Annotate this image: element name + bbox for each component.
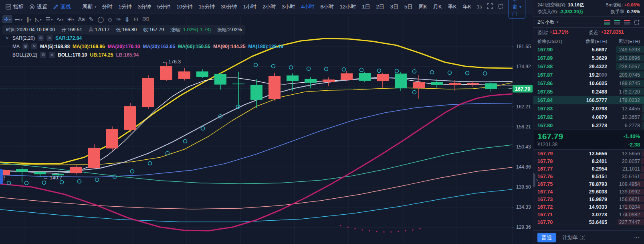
- depth-bar: [641, 166, 644, 172]
- window-mode-button[interactable]: 单窗口 ▾: [509, 0, 525, 18]
- period-dropdown[interactable]: 周期 ▾: [82, 3, 97, 10]
- timeframe-5分钟[interactable]: 5分钟: [157, 3, 170, 10]
- timeframe-30分钟[interactable]: 30分钟: [221, 3, 237, 10]
- popout-panel-icon[interactable]: [634, 19, 640, 25]
- bid-row-167.74[interactable]: 167.7429.6038139.0992: [533, 188, 644, 195]
- collapse-legend-icon[interactable]: ∨: [6, 35, 9, 41]
- brush-tool[interactable]: ✑: [115, 15, 123, 23]
- ruler-tool[interactable]: ◇: [106, 15, 114, 23]
- tab-plan-order[interactable]: 计划单 ?: [562, 234, 585, 241]
- timeframe-月K[interactable]: 月K: [433, 3, 442, 10]
- timeframe-5日[interactable]: 5日: [404, 3, 412, 10]
- channel-tool[interactable]: ∥▾: [25, 15, 33, 23]
- ohlc-label: 低:: [116, 27, 122, 33]
- wave-tool[interactable]: ∿▾: [55, 15, 65, 23]
- draw-line-button[interactable]: 画线: [53, 3, 71, 10]
- bid-row-167.75[interactable]: 167.7578.8793109.4954: [533, 180, 644, 188]
- timeframe-2日[interactable]: 2日: [376, 3, 384, 10]
- timeframe-1日[interactable]: 1日: [362, 3, 370, 10]
- ask-row-167.86[interactable]: 167.8610.6025189.8745: [533, 79, 644, 87]
- copy-tool[interactable]: ⊡: [132, 15, 140, 23]
- gear-icon[interactable]: ⊛: [38, 35, 44, 41]
- col-price: 价格(USDT): [537, 39, 565, 45]
- bid-row-167.72[interactable]: 167.7214.9333171.0204: [533, 203, 644, 211]
- cumulative-cell: 156.0871: [607, 197, 640, 202]
- bid-row-167.71[interactable]: 167.713.0778174.0982: [533, 211, 644, 218]
- timeframe-12小时[interactable]: 12小时: [340, 3, 356, 10]
- indicator-button[interactable]: 指标: [6, 3, 24, 10]
- book-layout-bids-icon[interactable]: [624, 20, 630, 25]
- ask-row-167.83[interactable]: 167.832.079812.4455: [533, 104, 644, 113]
- more-options-button[interactable]: ⋯: [634, 234, 640, 240]
- timeframe-10分钟[interactable]: 10分钟: [176, 3, 192, 10]
- timeframe-3小时[interactable]: 3小时: [282, 3, 295, 10]
- help-icon[interactable]: ?: [580, 235, 585, 240]
- legend-value: BOLL:170.10: [58, 52, 87, 58]
- timeframe-15分钟[interactable]: 15分钟: [199, 3, 215, 10]
- timeframe-年K[interactable]: 年K: [462, 3, 471, 10]
- book-layout-asks-icon[interactable]: [614, 20, 620, 25]
- panel-splitter-handle[interactable]: ›: [533, 173, 538, 187]
- book-layout-both-icon[interactable]: [604, 20, 610, 25]
- timeframe-3日[interactable]: 3日: [390, 3, 398, 10]
- gear-icon[interactable]: ⊛: [40, 52, 46, 58]
- timeframe-2小时[interactable]: 2小时: [262, 3, 276, 10]
- ask-row-167.90[interactable]: 167.905.6697249.5393: [533, 45, 644, 54]
- indicator-icon: [6, 4, 11, 10]
- bid-row-167.78[interactable]: 167.788.240120.8057: [533, 157, 644, 165]
- hline-tool-icon: ☰: [46, 16, 51, 22]
- splitter-pill: [533, 173, 535, 187]
- new-window-button[interactable]: [498, 3, 504, 10]
- ask-row-167.88[interactable]: 167.8829.4322238.5067: [533, 62, 644, 71]
- highlight-tool[interactable]: ✎: [87, 15, 95, 23]
- timeframe-1分钟[interactable]: 1分钟: [119, 3, 132, 10]
- close-icon[interactable]: ✕: [46, 35, 52, 41]
- rect-tool[interactable]: ⊞▾: [66, 15, 76, 23]
- timeframe-4小时[interactable]: 4小时: [301, 3, 314, 10]
- crosshair-tool[interactable]: ✛▾: [2, 15, 12, 23]
- price-cell: 167.80: [537, 123, 565, 128]
- channel-tool-icon: ∥: [26, 16, 29, 22]
- settings-button[interactable]: 设置: [29, 3, 47, 10]
- legend-value: LB:165.94: [116, 52, 139, 58]
- bid-row-167.73[interactable]: 167.7316.9879156.0871: [533, 195, 644, 203]
- shape-tool[interactable]: ◺▾: [34, 15, 43, 23]
- ask-row-167.84[interactable]: 167.84166.5777179.0232: [533, 96, 644, 104]
- gear-icon[interactable]: ⊛: [22, 43, 28, 49]
- ask-row-167.82[interactable]: 167.824.087910.3657: [533, 113, 644, 121]
- left-splitter-handle[interactable]: ‹: [0, 169, 5, 184]
- refresh-interval-label[interactable]: 1s: [477, 4, 482, 10]
- ohlc-info-bar: 时间:2020-04-10 08:00开:169.51高:170.17低:166…: [2, 25, 245, 35]
- ask-row-167.85[interactable]: 167.850.2488179.2720: [533, 87, 644, 96]
- text-tool[interactable]: Aa: [77, 15, 87, 23]
- collapse-right-icon: ›: [536, 177, 538, 183]
- change-5m-stat: 5m涨幅: +0.06%: [606, 2, 640, 8]
- hline-tool[interactable]: ☰▾: [44, 15, 55, 23]
- close-icon[interactable]: ✕: [49, 52, 55, 58]
- timeframe-季K[interactable]: 季K: [448, 3, 457, 10]
- timeframe-分时[interactable]: 分时: [102, 3, 113, 10]
- bid-row-167.77[interactable]: 167.770.295421.1011: [533, 165, 644, 173]
- price-cell: 167.87: [537, 72, 565, 78]
- timeframe-3分钟[interactable]: 3分钟: [138, 3, 151, 10]
- bid-row-167.76[interactable]: 167.769.515030.6161: [533, 173, 644, 180]
- trading-app: ← 176.3← 140.7181.65174.92162.21156.2115…: [0, 0, 644, 244]
- price-cell: 167.89: [537, 55, 565, 61]
- trendline-tool[interactable]: ⊷▾: [13, 15, 24, 23]
- bid-row-167.70[interactable]: 167.7053.6465227.7447: [533, 218, 644, 226]
- ask-row-167.89[interactable]: 167.895.3629243.8696: [533, 54, 644, 62]
- timeframe-6小时[interactable]: 6小时: [321, 3, 334, 10]
- timeframe-周K[interactable]: 周K: [418, 3, 427, 10]
- ellipse-tool[interactable]: ◯: [96, 15, 106, 23]
- decimals-dropdown[interactable]: 2位小数 ▾: [537, 19, 558, 26]
- close-icon[interactable]: ✕: [31, 43, 37, 49]
- timeframe-1小时[interactable]: 1小时: [243, 3, 256, 10]
- measure-tool[interactable]: ⋕: [123, 15, 131, 23]
- ask-row-167.87[interactable]: 167.8719.2000209.0745: [533, 71, 644, 79]
- bid-row-167.79[interactable]: 167.7912.565612.5656: [533, 150, 644, 157]
- tab-normal-order[interactable]: 普通: [537, 233, 556, 242]
- legend-value: MA(60):150.55: [178, 44, 210, 49]
- delete-tool[interactable]: ⌧: [141, 15, 150, 23]
- ask-row-167.80[interactable]: 167.806.27786.2778: [533, 121, 644, 130]
- fullscreen-button[interactable]: [487, 3, 493, 10]
